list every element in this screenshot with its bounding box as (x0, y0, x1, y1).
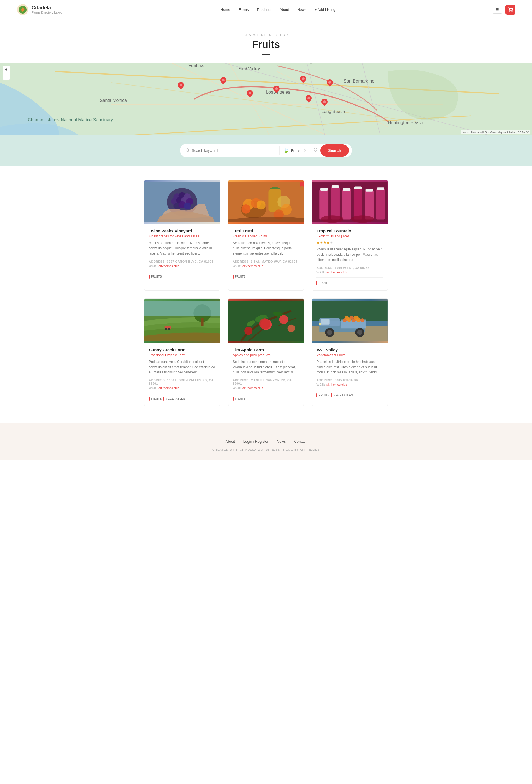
listing-tag-fruits-1[interactable]: Fruits (149, 274, 162, 280)
footer-link-login[interactable]: Login / Register (243, 439, 269, 444)
hero-label: Search Results For (5, 33, 527, 36)
listing-image-2 (228, 180, 304, 224)
map-pin-1[interactable] (178, 82, 184, 90)
listing-web-link-6[interactable]: ait-themes.club (327, 383, 347, 386)
map-pin-4[interactable] (300, 76, 306, 83)
svg-rect-63 (377, 187, 384, 190)
listing-web-link-2[interactable]: ait-themes.club (243, 264, 263, 268)
map-pin-2[interactable] (220, 77, 226, 85)
listing-web-link-4[interactable]: ait-themes.club (159, 386, 179, 390)
listing-body-4: Sunny Creek Farm Traditional Organic Far… (144, 343, 220, 406)
svg-point-71 (165, 328, 167, 330)
cart-button[interactable] (505, 5, 515, 15)
svg-rect-61 (355, 187, 362, 189)
svg-line-26 (189, 151, 189, 151)
search-keyword-input[interactable] (192, 148, 276, 152)
listing-body-5: Tim Apple Farm Apples and juicy products… (228, 343, 304, 406)
svg-point-80 (244, 327, 252, 335)
listing-card-1: Twine Peaks Vineyard Finest grapes for w… (144, 179, 220, 290)
search-button[interactable]: Search (320, 144, 349, 157)
listing-tag-fruits-2[interactable]: Fruits (233, 274, 246, 280)
svg-rect-56 (365, 191, 374, 220)
nav-home[interactable]: Home (221, 7, 230, 11)
footer-link-contact[interactable]: Contact (294, 439, 306, 444)
svg-point-3 (512, 11, 512, 12)
listing-category-4: Traditional Organic Farm (149, 353, 216, 357)
listing-image-1 (144, 180, 220, 224)
svg-point-45 (241, 204, 251, 214)
nav-add-listing[interactable]: + Add Listing (314, 7, 335, 11)
listing-card-2: Tutti Frutti Fresh & Candied Fruits Sed … (228, 179, 304, 290)
logo-icon (17, 4, 29, 16)
listing-tag-vegetables-6[interactable]: Vegetables (331, 393, 353, 398)
listings-section: Twine Peaks Vineyard Finest grapes for w… (139, 179, 393, 406)
listing-tag-fruits-4[interactable]: Fruits (149, 396, 162, 401)
listing-web-link-5[interactable]: ait-themes.club (243, 386, 263, 390)
svg-rect-101 (319, 323, 321, 325)
listing-address-3: Address:1000 W I St, CA 90744 (316, 266, 383, 270)
svg-point-99 (358, 330, 362, 335)
svg-point-79 (279, 315, 288, 324)
listing-tags-3: Fruits (316, 277, 383, 286)
listing-tag-fruits-6[interactable]: Fruits (316, 393, 330, 398)
svg-rect-52 (320, 190, 329, 220)
listing-category-2: Fresh & Candied Fruits (233, 234, 300, 238)
search-keyword-field (182, 148, 279, 153)
hero-divider (262, 54, 270, 55)
map-attribution: Leaflet | Map data © OpenStreetMap contr… (460, 130, 530, 134)
svg-point-44 (256, 201, 265, 210)
map-pin-5[interactable] (327, 79, 333, 87)
logo[interactable]: Citadela Farms Directory Layout (17, 4, 63, 16)
hamburger-button[interactable]: ☰ (493, 5, 502, 13)
header: Citadela Farms Directory Layout Home Far… (0, 0, 532, 19)
svg-point-25 (186, 148, 189, 151)
footer-link-news[interactable]: News (277, 439, 286, 444)
listing-web-5: Web:ait-themes.club (233, 386, 300, 390)
listing-body-2: Tutti Frutti Fresh & Candied Fruits Sed … (228, 224, 304, 284)
header-actions: ☰ (493, 5, 515, 15)
svg-rect-55 (354, 188, 362, 220)
listing-tag-fruits-3[interactable]: Fruits (316, 280, 330, 286)
nav-farms[interactable]: Farms (239, 7, 249, 11)
category-icon: 🍃 (283, 148, 289, 153)
location-icon (311, 148, 320, 153)
listing-image-svg-5 (228, 299, 304, 343)
listing-web-3: Web:ait-themes.club (316, 271, 383, 274)
map-pin-3[interactable] (274, 86, 280, 93)
search-category-field[interactable]: 🍃 Fruits ✕ (280, 148, 311, 153)
listing-tag-vegetables-4[interactable]: Vegetables (164, 396, 185, 401)
listing-image-6 (312, 299, 388, 343)
listing-category-3: Exotic fruits and juices (316, 234, 383, 238)
listing-category-6: Vegetables & Fruits (316, 353, 383, 357)
search-section: 🍃 Fruits ✕ Search (0, 135, 532, 166)
listing-web-link-3[interactable]: ait-themes.club (327, 271, 347, 274)
listing-tags-2: Fruits (233, 271, 300, 280)
listing-desc-3: Vivamus ut scelerisque sapien. Nunc ac v… (316, 247, 383, 263)
listing-name-1: Twine Peaks Vineyard (149, 228, 216, 233)
map-pin-8[interactable] (247, 90, 253, 98)
listing-image-svg-4 (144, 299, 220, 343)
svg-point-78 (259, 318, 270, 329)
map-pin-7[interactable] (321, 99, 328, 106)
listing-image-svg-2 (228, 180, 304, 224)
footer-credit: Created with Citadela WordPress Theme by… (5, 448, 527, 451)
listing-name-3: Tropical Fountain (316, 228, 383, 233)
footer-nav: About Login / Register News Contact (5, 439, 527, 444)
listing-web-link-1[interactable]: ait-themes.club (159, 264, 179, 268)
listing-address-2: Address:1 San Mateo Way, CA 92625 (233, 260, 300, 263)
nav-products[interactable]: Products (257, 7, 271, 11)
nav-about[interactable]: About (280, 7, 289, 11)
svg-point-97 (327, 330, 332, 335)
nav-news[interactable]: News (297, 7, 306, 11)
map-pin-6[interactable] (306, 95, 312, 103)
map-container[interactable]: Santa Barbara Ventura Simi Valley Angele… (0, 63, 532, 135)
listing-card-6: V&F Valley Vegetables & Fruits Phasellus… (312, 298, 388, 407)
listing-tag-fruits-5[interactable]: Fruits (233, 396, 246, 401)
svg-rect-40 (228, 182, 304, 222)
logo-subtitle: Farms Directory Layout (32, 11, 63, 14)
svg-point-64 (321, 215, 343, 223)
search-icon (186, 148, 190, 153)
svg-point-81 (287, 325, 295, 332)
footer-link-about[interactable]: About (226, 439, 235, 444)
category-clear-button[interactable]: ✕ (303, 148, 307, 152)
